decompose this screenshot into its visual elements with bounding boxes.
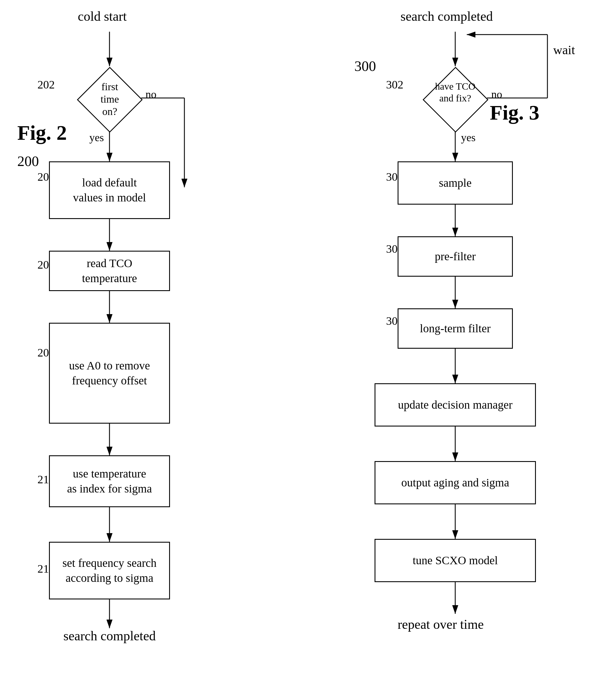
- wait-label: wait: [553, 43, 575, 57]
- diamond-302-text: have TCOand fix?: [428, 81, 483, 104]
- box-308-text: long-term filter: [417, 319, 493, 338]
- fig3-search-completed-top: search completed: [400, 9, 493, 24]
- step-202-label: 202: [38, 78, 55, 91]
- box-310: update decision manager: [375, 383, 536, 426]
- no-302-label: no: [491, 88, 502, 101]
- cold-start-label: cold start: [78, 9, 127, 24]
- box-306: pre-filter: [398, 236, 513, 277]
- box-314-text: tune SCXO model: [410, 551, 500, 570]
- box-304: sample: [398, 161, 513, 205]
- diamond-202-text: firsttimeon?: [85, 81, 135, 118]
- box-212-text: set frequency searchaccording to sigma: [60, 553, 159, 588]
- repeat-over-time-label: repeat over time: [398, 617, 484, 632]
- box-208-text: use A0 to removefrequency offset: [67, 356, 152, 391]
- diamond-302: have TCOand fix?: [422, 66, 489, 133]
- box-314: tune SCXO model: [375, 539, 536, 582]
- box-206: read TCOtemperature: [49, 251, 170, 291]
- yes-302-label: yes: [461, 131, 476, 144]
- box-312: output aging and sigma: [375, 461, 536, 504]
- fig2-ref: 200: [17, 153, 39, 170]
- box-210: use temperatureas index for sigma: [49, 455, 170, 507]
- fig2-search-completed: search completed: [63, 628, 156, 643]
- fig3-ref: 300: [354, 58, 376, 74]
- fig3-label: Fig. 3: [490, 101, 540, 125]
- box-306-text: pre-filter: [433, 247, 478, 266]
- yes-202-label: yes: [89, 131, 104, 144]
- box-210-text: use temperatureas index for sigma: [65, 464, 154, 499]
- box-304-text: sample: [437, 173, 474, 193]
- no-202-label: no: [146, 88, 156, 101]
- box-206-text: read TCOtemperature: [80, 253, 139, 288]
- fig2-label: Fig. 2: [17, 121, 67, 145]
- box-204-text: load defaultvalues in model: [71, 173, 148, 207]
- box-204: load defaultvalues in model: [49, 161, 170, 219]
- box-208: use A0 to removefrequency offset: [49, 323, 170, 424]
- box-212: set frequency searchaccording to sigma: [49, 542, 170, 599]
- step-302-label: 302: [386, 78, 403, 91]
- box-312-text: output aging and sigma: [399, 473, 511, 492]
- box-310-text: update decision manager: [396, 395, 515, 415]
- box-308: long-term filter: [398, 308, 513, 349]
- diamond-202: firsttimeon?: [76, 66, 143, 133]
